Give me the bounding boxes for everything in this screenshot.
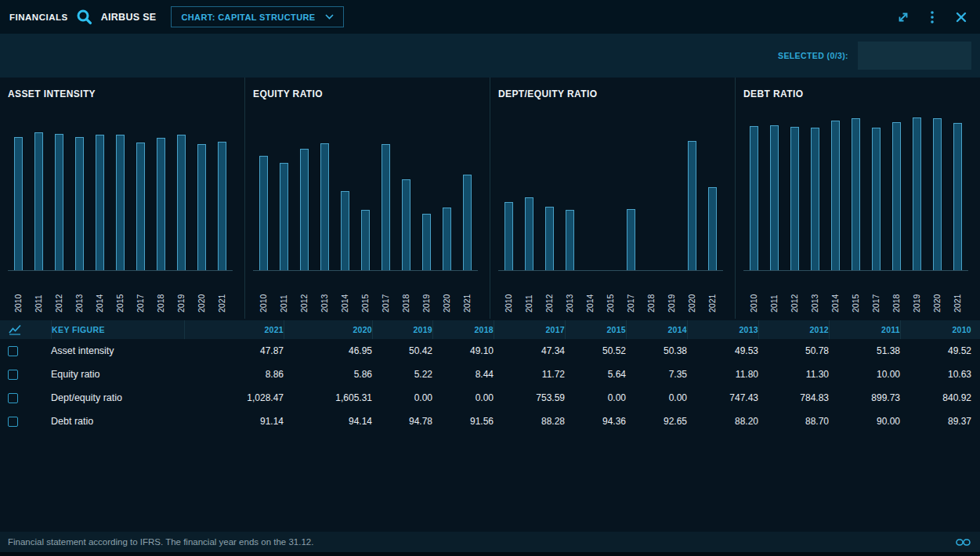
x-axis xyxy=(498,270,723,271)
charts-row: ASSET INTENSITY2010201120122013201420152… xyxy=(0,78,980,319)
bar-2019 xyxy=(913,117,921,270)
close-button[interactable] xyxy=(952,8,971,27)
value-cell: 50.52 xyxy=(565,345,626,356)
x-tick: 2021 xyxy=(212,275,232,312)
value-cell: 5.64 xyxy=(565,369,626,380)
selected-slot[interactable] xyxy=(858,42,971,70)
bottom-strip xyxy=(0,552,980,556)
chart-panel: DEPT/EQUITY RATIO20102011201220132014201… xyxy=(490,78,735,319)
x-tick: 2020 xyxy=(436,275,457,312)
bar-2011 xyxy=(525,197,533,270)
expand-icon xyxy=(896,10,910,24)
bar-slot xyxy=(927,118,947,270)
year-column-header: 2013 xyxy=(687,320,758,339)
bar-slot xyxy=(355,210,375,270)
year-column-header: 2012 xyxy=(758,320,829,339)
value-cell: 5.86 xyxy=(284,369,372,380)
chart-bars xyxy=(8,109,244,270)
x-tick: 2015 xyxy=(110,275,130,312)
x-tick: 2019 xyxy=(906,275,927,312)
bar-2014 xyxy=(96,135,104,270)
value-cell: 0.00 xyxy=(626,392,687,403)
x-tick: 2010 xyxy=(8,275,28,312)
x-tick: 2010 xyxy=(743,275,764,312)
value-cell: 0.00 xyxy=(432,392,494,403)
footer-note: Financial statement according to IFRS. T… xyxy=(8,537,313,547)
x-tick: 2013 xyxy=(69,275,89,312)
x-tick: 2012 xyxy=(784,275,805,312)
chart-panel: EQUITY RATIO2010201120122013201420152017… xyxy=(244,78,490,319)
close-icon xyxy=(955,11,967,23)
year-column-header: 2018 xyxy=(432,320,494,339)
row-checkbox[interactable] xyxy=(8,370,18,380)
x-tick: 2018 xyxy=(150,275,171,312)
row-checkbox[interactable] xyxy=(8,346,18,356)
company-name: AIRBUS SE xyxy=(101,12,157,23)
x-axis-labels: 2010201120122013201420152017201820192020… xyxy=(743,275,980,312)
x-tick-label: 2015 xyxy=(116,275,125,312)
x-tick: 2010 xyxy=(253,275,273,312)
x-tick: 2012 xyxy=(294,275,314,312)
x-tick-label: 2017 xyxy=(136,275,145,312)
x-tick: 2020 xyxy=(682,275,702,312)
x-tick-label: 2021 xyxy=(218,275,226,312)
x-axis xyxy=(8,270,233,271)
x-tick-label: 2014 xyxy=(586,275,595,312)
bar-2019 xyxy=(177,135,186,270)
financials-window: FINANCIALS AIRBUS SE CHART: CAPITAL STRU… xyxy=(0,0,980,556)
search-icon xyxy=(76,9,92,25)
bar-2015 xyxy=(361,210,370,270)
bar-slot xyxy=(805,128,825,270)
bar-2015 xyxy=(116,135,125,270)
chart-title: DEPT/EQUITY RATIO xyxy=(498,88,735,101)
year-column-header: 2020 xyxy=(284,320,372,339)
value-cell: 50.38 xyxy=(626,345,687,356)
bar-2013 xyxy=(811,128,819,270)
table-header-icon-cell xyxy=(0,320,51,339)
x-tick: 2014 xyxy=(89,275,110,312)
year-column-header: 2011 xyxy=(829,320,900,339)
x-tick: 2015 xyxy=(355,275,375,312)
bar-slot xyxy=(886,122,906,270)
x-axis-labels: 2010201120122013201420152017201820192020… xyxy=(498,275,735,312)
bar-2010 xyxy=(504,202,513,270)
bar-slot xyxy=(8,137,28,270)
x-axis xyxy=(253,270,478,271)
bar-2018 xyxy=(402,179,410,270)
x-tick-label: 2014 xyxy=(341,275,349,312)
chart-type-dropdown[interactable]: CHART: CAPITAL STRUCTURE xyxy=(171,6,343,27)
value-cell: 92.65 xyxy=(626,416,687,427)
link-button[interactable] xyxy=(953,533,972,551)
row-checkbox[interactable] xyxy=(8,417,18,427)
x-tick-label: 2015 xyxy=(361,275,370,312)
table-row: Dept/equity ratio1,028.471,605.310.000.0… xyxy=(0,386,971,410)
x-tick-label: 2010 xyxy=(14,275,23,312)
year-column-header: 2014 xyxy=(626,320,687,339)
bar-slot xyxy=(130,143,150,270)
x-tick: 2017 xyxy=(130,275,150,312)
bar-2020 xyxy=(933,118,942,270)
x-tick-label: 2021 xyxy=(953,275,962,312)
chart-bars xyxy=(743,109,980,270)
x-tick-label: 2012 xyxy=(55,275,63,312)
value-cell: 899.73 xyxy=(829,392,900,403)
x-tick-label: 2011 xyxy=(770,275,779,312)
x-tick: 2015 xyxy=(600,275,620,312)
expand-button[interactable] xyxy=(894,8,913,27)
search-button[interactable] xyxy=(75,8,94,27)
bar-2010 xyxy=(750,126,758,270)
row-checkbox-cell xyxy=(0,346,51,356)
x-tick: 2012 xyxy=(539,275,559,312)
more-options-button[interactable] xyxy=(923,8,942,27)
value-cell: 47.34 xyxy=(494,345,565,356)
x-tick: 2018 xyxy=(641,275,661,312)
bar-2010 xyxy=(259,156,268,270)
bar-slot xyxy=(375,144,396,270)
x-tick-label: 2011 xyxy=(525,275,533,312)
x-tick: 2019 xyxy=(416,275,436,312)
bar-2012 xyxy=(790,127,799,270)
bar-2021 xyxy=(953,123,962,270)
x-tick: 2020 xyxy=(191,275,212,312)
x-tick-label: 2010 xyxy=(750,275,758,312)
row-checkbox[interactable] xyxy=(8,393,18,403)
